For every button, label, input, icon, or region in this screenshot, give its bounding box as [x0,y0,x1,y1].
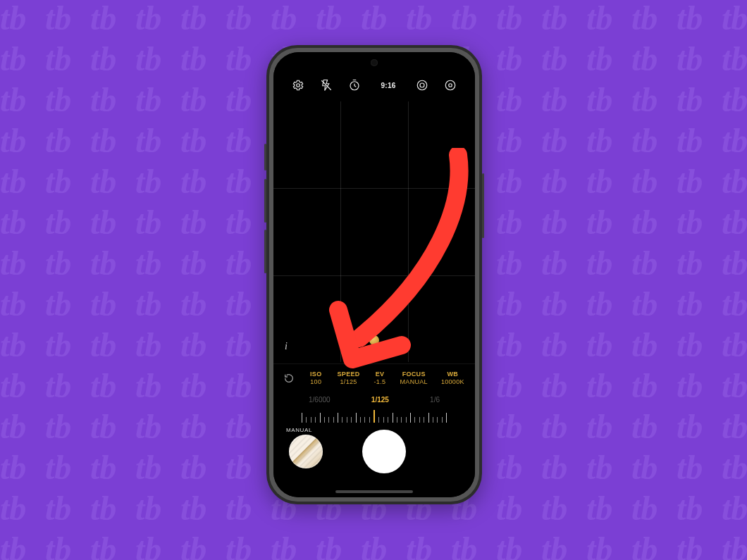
reset-button[interactable] [280,370,297,387]
svg-point-3 [297,84,300,87]
grid-line [340,101,341,362]
aspect-ratio-button[interactable]: 9:16 [376,80,400,91]
param-value: MANUAL [397,379,431,386]
info-button[interactable]: i [285,341,288,352]
front-camera-punch-hole [371,59,378,66]
param-value: 10000K [438,379,468,386]
slider-current-label: 1/125 [371,396,389,404]
phone-mockup: 9:16 i [266,45,482,504]
home-indicator[interactable] [335,490,413,493]
metering-icon[interactable] [416,79,428,92]
slider-ticks[interactable] [302,410,447,423]
phone-frame-inner: 9:16 i [269,48,479,502]
param-value: -1.5 [369,379,390,386]
grid-line [408,101,409,362]
phone-volume-up [264,179,266,223]
manual-parameter-row: ISO 100 SPEED 1/125 EV -1.5 FOCUS MANUAL [273,363,475,392]
phone-bezel: 9:16 i [273,52,475,497]
param-focus[interactable]: FOCUS MANUAL [397,371,431,386]
param-speed[interactable]: SPEED 1/125 [335,371,362,386]
param-wb[interactable]: WB 10000K [438,371,468,386]
svg-point-8 [445,80,455,90]
param-value: 1/125 [335,379,362,386]
focus-indicator-dot [369,335,379,345]
grid-line [273,188,475,189]
param-label: FOCUS [397,371,431,378]
param-label: SPEED [335,371,362,378]
gear-icon[interactable] [292,79,304,92]
slider-center-tick [374,410,375,423]
param-value: 100 [304,379,328,386]
param-ev[interactable]: EV -1.5 [369,371,390,386]
gallery-thumbnail[interactable] [289,435,323,468]
phone-volume-down [264,230,266,273]
camera-app-screen: 9:16 i [273,52,475,497]
phone-side-button [264,144,266,170]
param-label: ISO [304,371,328,378]
timer-icon[interactable] [348,79,361,92]
camera-viewfinder[interactable]: i [273,101,475,362]
flash-off-icon[interactable] [320,79,333,92]
grid-line [273,275,475,276]
shutter-button[interactable] [362,430,406,473]
camera-top-controls: 9:16 [273,76,475,94]
svg-point-7 [417,80,427,90]
param-label: WB [438,371,468,378]
svg-point-6 [420,83,424,87]
phone-power-button [482,173,484,238]
slider-max-label: 1/6 [430,396,440,404]
slider-min-label: 1/6000 [309,396,331,404]
param-label: EV [369,371,390,378]
circle-settings-icon[interactable] [444,79,457,92]
param-iso[interactable]: ISO 100 [304,371,328,386]
slider-labels: 1/6000 1/125 1/6 [273,396,475,404]
camera-bottom-controls [273,424,475,479]
svg-point-9 [448,84,452,87]
